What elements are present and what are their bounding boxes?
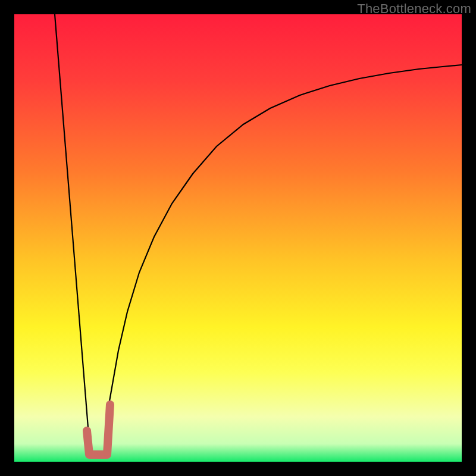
chart-plot [14, 14, 462, 462]
chart-frame: TheBottleneck.com [0, 0, 476, 476]
gradient-background [14, 14, 462, 462]
watermark-text: TheBottleneck.com [357, 1, 471, 17]
